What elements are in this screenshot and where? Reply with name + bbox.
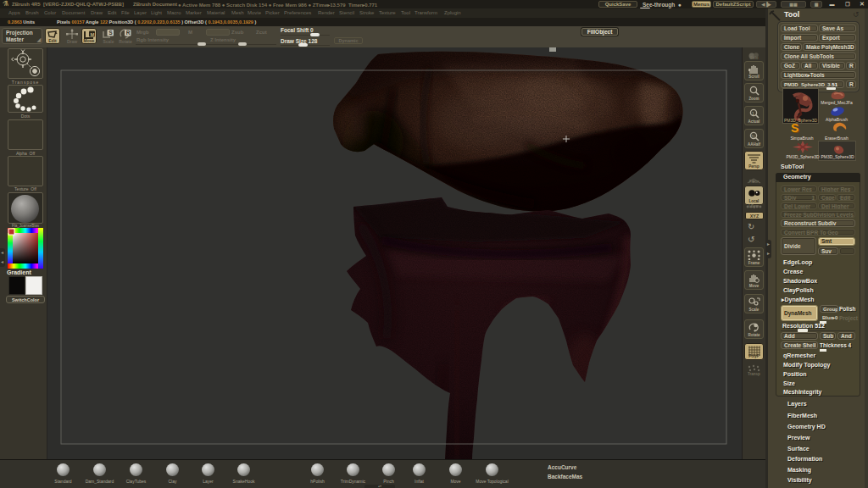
- svg-text:1: 1: [752, 111, 754, 116]
- svg-text:M: M: [91, 32, 95, 37]
- svg-text:R: R: [126, 30, 131, 36]
- svg-text:S: S: [108, 30, 113, 36]
